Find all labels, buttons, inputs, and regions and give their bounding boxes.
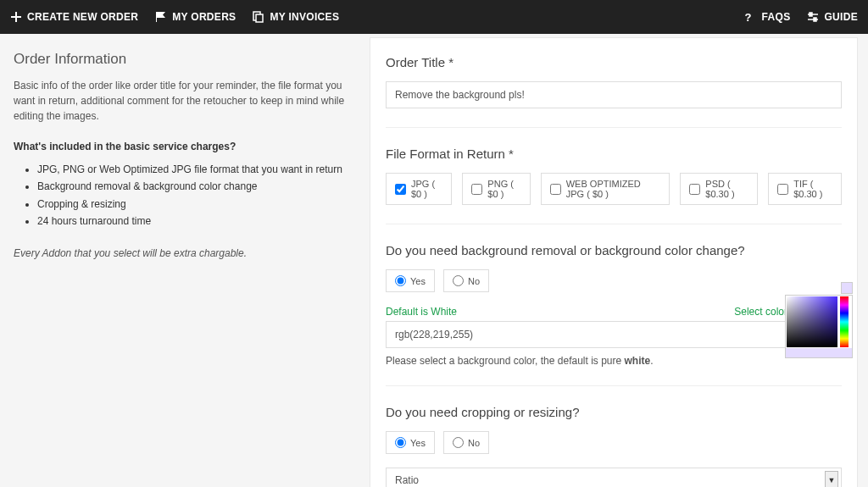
- color-picker[interactable]: [785, 295, 853, 349]
- sidebar-desc: Basic info of the order like order title…: [14, 78, 356, 124]
- crop-yes[interactable]: Yes: [386, 431, 435, 454]
- crop-radio-row: Yes No: [386, 431, 842, 454]
- bg-help: Please select a background color, the de…: [386, 355, 842, 367]
- faqs-link[interactable]: ? FAQS: [745, 11, 791, 23]
- sidebar-note: Every Addon that you select will be extr…: [14, 246, 356, 261]
- cropping-label: Do you need cropping or resizing?: [386, 405, 842, 419]
- format-png-checkbox[interactable]: [471, 184, 482, 195]
- cropping-section: Do you need cropping or resizing? Yes No…: [386, 405, 842, 487]
- my-invoices-link[interactable]: MY INVOICES: [253, 11, 339, 23]
- file-format-row: JPG ( $0 ) PNG ( $0 ) WEB OPTIMIZED JPG …: [386, 173, 842, 205]
- bg-color-input[interactable]: [386, 321, 842, 348]
- order-title-label: Order Title *: [386, 55, 842, 69]
- svg-rect-6: [810, 13, 812, 16]
- topbar-left: CREATE NEW ORDER MY ORDERS MY INVOICES: [10, 11, 339, 23]
- bg-yes-radio[interactable]: [395, 275, 406, 286]
- color-hint-row: Default is White Select color from here …: [386, 306, 842, 318]
- bg-no-radio[interactable]: [453, 275, 464, 286]
- order-title-section: Order Title *: [386, 55, 842, 128]
- copy-icon: [253, 11, 264, 23]
- layout: Order Information Basic info of the orde…: [0, 34, 868, 487]
- svg-rect-7: [814, 18, 816, 21]
- faqs-label: FAQS: [762, 11, 791, 23]
- format-psd[interactable]: PSD ( $0.30 ): [680, 173, 758, 205]
- color-swatch[interactable]: [841, 282, 853, 294]
- color-picker-saturation[interactable]: [787, 296, 837, 347]
- format-tif[interactable]: TIF ( $0.30 ): [768, 173, 842, 205]
- file-format-label: File Format in Return *: [386, 147, 842, 161]
- format-jpg[interactable]: JPG ( $0 ): [386, 173, 452, 205]
- svg-rect-1: [11, 16, 21, 18]
- format-jpg-checkbox[interactable]: [395, 184, 406, 195]
- file-format-section: File Format in Return * JPG ( $0 ) PNG (…: [386, 147, 842, 224]
- bg-removal-section: Do you need background removal or backgr…: [386, 243, 842, 386]
- format-png[interactable]: PNG ( $0 ): [462, 173, 530, 205]
- list-item: JPG, PNG or Web Optimized JPG file forma…: [37, 161, 356, 178]
- bg-radio-row: Yes No: [386, 269, 842, 292]
- svg-rect-3: [256, 14, 263, 22]
- color-picker-hue[interactable]: [840, 296, 849, 347]
- format-tif-checkbox[interactable]: [777, 184, 788, 195]
- plus-icon: [10, 11, 22, 23]
- create-order-link[interactable]: CREATE NEW ORDER: [10, 11, 138, 23]
- sidebar: Order Information Basic info of the orde…: [0, 34, 370, 487]
- page-title: Order Information: [14, 51, 356, 68]
- sidebar-question: What's included in the basic service cha…: [14, 139, 356, 154]
- my-orders-link[interactable]: MY ORDERS: [155, 11, 236, 23]
- create-order-label: CREATE NEW ORDER: [27, 11, 138, 23]
- bg-yes[interactable]: Yes: [386, 269, 435, 292]
- bg-no[interactable]: No: [443, 269, 489, 292]
- list-item: Cropping & resizing: [37, 196, 356, 213]
- format-webjpg-checkbox[interactable]: [550, 184, 561, 195]
- bg-removal-label: Do you need background removal or backgr…: [386, 243, 842, 257]
- crop-no[interactable]: No: [443, 431, 489, 454]
- topbar: CREATE NEW ORDER MY ORDERS MY INVOICES ?…: [0, 0, 868, 34]
- ratio-select[interactable]: Ratio: [386, 468, 842, 487]
- my-orders-label: MY ORDERS: [172, 11, 236, 23]
- ratio-select-wrap: Ratio ▼: [386, 468, 842, 487]
- my-invoices-label: MY INVOICES: [270, 11, 339, 23]
- guide-label: GUIDE: [824, 11, 858, 23]
- order-title-input[interactable]: [386, 81, 842, 108]
- format-psd-checkbox[interactable]: [689, 184, 700, 195]
- list-item: Background removal & background color ch…: [37, 178, 356, 195]
- default-white-hint: Default is White: [386, 306, 457, 318]
- flag-icon: [155, 11, 167, 23]
- format-webjpg[interactable]: WEB OPTIMIZED JPG ( $0 ): [541, 173, 670, 205]
- crop-yes-radio[interactable]: [395, 437, 406, 448]
- guide-link[interactable]: GUIDE: [807, 11, 858, 23]
- included-list: JPG, PNG or Web Optimized JPG file forma…: [14, 161, 356, 230]
- topbar-right: ? FAQS GUIDE: [745, 11, 858, 23]
- color-picker-footer: [785, 348, 853, 358]
- question-icon: ?: [745, 11, 757, 23]
- sliders-icon: [807, 11, 819, 23]
- list-item: 24 hours turnaround time: [37, 213, 356, 230]
- crop-no-radio[interactable]: [453, 437, 464, 448]
- main-form: Order Title * File Format in Return * JP…: [370, 37, 858, 487]
